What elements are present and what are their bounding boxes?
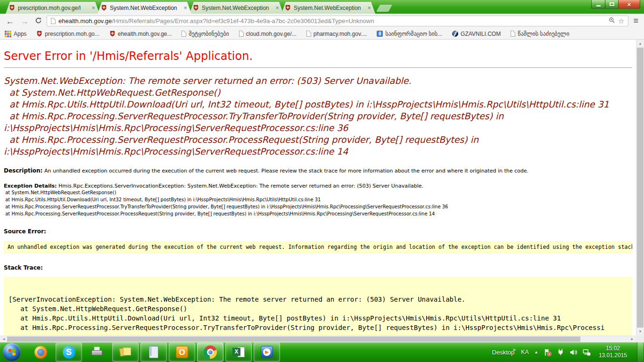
- system-tray: Desktop» KA ▲ 15:02 13.01.2015: [492, 342, 644, 362]
- action-center-flag-icon[interactable]: [544, 348, 552, 356]
- back-button[interactable]: ←: [4, 17, 16, 25]
- stack-line: [ServerInvocationException: System.Net.W…: [8, 295, 627, 304]
- tab-close-icon[interactable]: ×: [366, 5, 372, 11]
- vertical-scrollbar[interactable]: ▲ ▼: [636, 40, 644, 336]
- exception-detail-line: at Hmis.Rpc.Processing.ServerRequestProc…: [4, 203, 632, 210]
- apps-shortcut[interactable]: Apps: [5, 31, 26, 37]
- bookmark-messages[interactable]: შეტყობინებები: [182, 31, 229, 37]
- exception-line: at Hmis.Rpc.Processing.ServerRequestProc…: [4, 134, 632, 157]
- show-desktop-button[interactable]: [637, 342, 643, 362]
- taskbar-skype-button[interactable]: S: [56, 343, 82, 362]
- georgia-crest-favicon-icon: [285, 5, 291, 11]
- bookmark-label: შეტყობინებები: [189, 31, 229, 37]
- tab-title: System.Net.WebException: [110, 5, 181, 11]
- start-button[interactable]: [3, 343, 21, 361]
- hidden-icons-chevron[interactable]: ▲: [534, 350, 538, 354]
- forward-button[interactable]: →: [19, 17, 30, 25]
- page-icon: [182, 31, 186, 37]
- georgia-crest-favicon-icon: [101, 5, 107, 11]
- close-icon: ×: [627, 1, 631, 8]
- exception-line: at System.Net.HttpWebRequest.GetResponse…: [4, 87, 632, 99]
- minimize-button[interactable]: [591, 0, 605, 9]
- desktop-label: Desktop: [492, 349, 515, 356]
- bookmark-label: prescription.moh.go...: [45, 31, 99, 37]
- bookmark-prescription[interactable]: prescription.moh.go...: [36, 31, 99, 37]
- volume-icon[interactable]: [570, 348, 578, 356]
- tab-close-icon[interactable]: ×: [274, 5, 280, 11]
- bookmark-drugsearch[interactable]: წამლის საძიებელი: [511, 31, 569, 37]
- tab-prescription[interactable]: prescription.moh.gov.ge/l ×: [6, 2, 99, 14]
- new-tab-button[interactable]: [376, 5, 392, 12]
- exception-detail-line: at Hmis.Rpc.Utils.HttpUtil.Download(Uri …: [4, 196, 632, 203]
- clock[interactable]: 15:02 13.01.2015: [596, 345, 630, 359]
- close-button[interactable]: ×: [618, 0, 640, 9]
- bookmark-label: cloud.moh.gov.ge/...: [246, 31, 297, 37]
- tab-close-icon[interactable]: ×: [182, 5, 188, 11]
- bookmark-ehealth[interactable]: ehealth.moh.gov.ge...: [109, 31, 172, 37]
- taskbar-calculator-button[interactable]: [140, 343, 167, 362]
- taskbar-outlook-button[interactable]: O: [169, 343, 195, 362]
- bookmark-pharmacy[interactable]: pharmacy.moh.gov....: [306, 31, 367, 37]
- page-content: Server Error in '/Hmis/Referrals' Applic…: [0, 40, 644, 342]
- stack-line: at Hmis.Rpc.Processing.ServerRequestProc…: [8, 323, 627, 332]
- sticky-notes-icon: [119, 346, 132, 358]
- maximize-button[interactable]: [605, 0, 619, 9]
- exception-details-text: Hmis.Rpc.Exceptions.ServerInvocationExce…: [57, 183, 423, 189]
- page-icon: [239, 31, 244, 37]
- network-icon[interactable]: [583, 348, 591, 356]
- description-row: Description: An unhandled exception occu…: [4, 167, 632, 174]
- exception-details: Exception Details: Hmis.Rpc.Exceptions.S…: [4, 183, 632, 217]
- exception-line: System.Net.WebException: The remote serv…: [4, 75, 632, 87]
- taskbar-excel-button[interactable]: X: [225, 343, 252, 362]
- windows-logo-icon: [8, 349, 16, 356]
- page-icon: [511, 31, 515, 37]
- taskbar-firefox-button[interactable]: [27, 343, 54, 362]
- tab-title: System.Net.WebException: [294, 5, 364, 11]
- page-icon[interactable]: [51, 18, 56, 24]
- power-plug-icon[interactable]: [557, 348, 564, 356]
- taskbar-media-player-button[interactable]: ▶: [254, 343, 280, 362]
- vertical-scroll-thumb[interactable]: [637, 48, 644, 328]
- tab-webexception-active[interactable]: System.Net.WebException ×: [98, 2, 191, 14]
- chrome-menu-icon[interactable]: ≡: [632, 16, 640, 26]
- scroll-up-icon[interactable]: ▲: [636, 41, 644, 46]
- tab-webexception-2[interactable]: System.Net.WebException ×: [190, 2, 283, 14]
- tab-close-icon[interactable]: ×: [91, 5, 96, 11]
- georgia-crest-icon: [109, 31, 116, 37]
- bookmark-label: pharmacy.moh.gov....: [314, 31, 367, 37]
- exception-line: at Hmis.Rpc.Utils.HttpUtil.Download(Uri …: [4, 99, 632, 110]
- url-path: /Hmis/Referrals/Pages/Error.aspx?Id=ef3c…: [112, 17, 606, 25]
- desktop-toolbar[interactable]: Desktop»: [492, 349, 516, 356]
- taskbar-chrome-button[interactable]: [197, 343, 223, 362]
- bookmark-cloud[interactable]: cloud.moh.gov.ge/...: [239, 31, 297, 37]
- bookmarks-bar: Apps prescription.moh.go... ehealth.moh.…: [0, 28, 644, 40]
- horizontal-scrollbar[interactable]: ◄ ►: [0, 336, 636, 342]
- scroll-down-icon[interactable]: ▼: [636, 329, 644, 334]
- bookmark-gzavnili[interactable]: GZAVNILI.COM: [452, 31, 501, 37]
- minimize-icon: [596, 5, 601, 7]
- language-indicator[interactable]: KA: [521, 349, 529, 355]
- taskbar-sticky-notes-button[interactable]: [112, 343, 139, 362]
- source-error-label: Source Error:: [4, 228, 632, 235]
- eight-icon: 8: [377, 31, 383, 37]
- taskbar-printer-button[interactable]: [84, 343, 110, 362]
- georgia-crest-favicon-icon: [9, 5, 15, 11]
- bookmark-infosystem[interactable]: 8 საინფორმაციო სის...: [377, 31, 442, 37]
- scrollbar-corner: [636, 336, 644, 342]
- zoom-icon[interactable]: [609, 17, 615, 25]
- tab-webexception-3[interactable]: System.Net.WebException ×: [281, 2, 375, 14]
- date: 13.01.2015: [599, 352, 627, 359]
- outlook-icon: O: [176, 346, 188, 358]
- scroll-right-icon[interactable]: ►: [630, 337, 634, 341]
- scroll-left-icon[interactable]: ◄: [2, 337, 6, 341]
- exception-detail-line: at System.Net.HttpWebRequest.GetResponse…: [4, 189, 632, 196]
- exception-line: at Hmis.Rpc.Processing.ServerRequestProc…: [4, 110, 632, 134]
- maximize-icon: [610, 2, 614, 6]
- tab-title: System.Net.WebException: [202, 5, 272, 11]
- description-label: Description:: [4, 167, 42, 174]
- horizontal-scroll-thumb[interactable]: [7, 337, 580, 342]
- reload-button[interactable]: [33, 17, 43, 25]
- bookmark-star-icon[interactable]: ☆: [618, 17, 624, 25]
- browser-window: prescription.moh.gov.ge/l × System.Net.W…: [0, 0, 644, 362]
- address-bar[interactable]: ehealth.moh.gov.ge /Hmis/Referrals/Pages…: [47, 16, 628, 26]
